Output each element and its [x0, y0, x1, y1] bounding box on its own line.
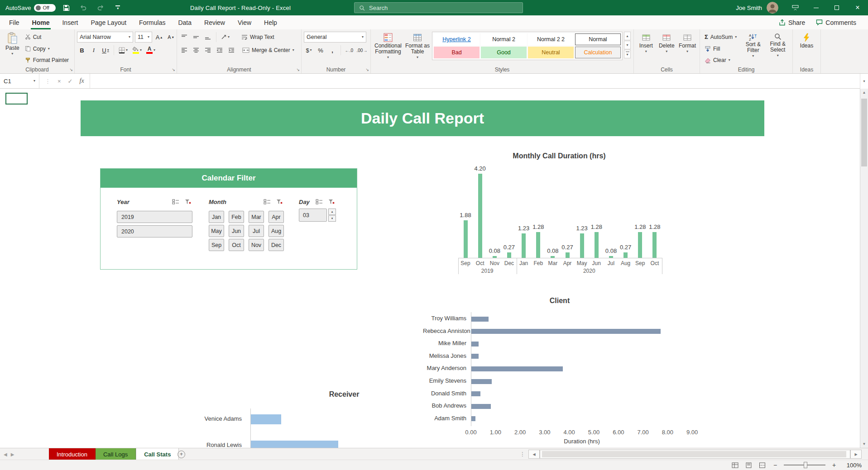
next-sheet-button[interactable]: ▶: [11, 452, 14, 457]
bold-button[interactable]: B: [77, 45, 87, 56]
redo-button[interactable]: [94, 0, 107, 15]
undo-button[interactable]: [77, 0, 90, 15]
normal-view-button[interactable]: [730, 461, 739, 469]
slicer-item-month-nov[interactable]: Nov: [249, 239, 264, 251]
cell-style-good[interactable]: Good: [481, 47, 527, 58]
cell-style-normal[interactable]: Normal: [575, 33, 621, 45]
ideas-button[interactable]: Ideas: [798, 31, 815, 66]
search-box[interactable]: Search: [354, 2, 523, 13]
menu-tab-help[interactable]: Help: [258, 15, 283, 29]
enter-icon[interactable]: ✓: [68, 78, 73, 85]
find-select-button[interactable]: Find & Select ▾: [766, 31, 790, 66]
wrap-text-button[interactable]: Wrap Text: [239, 32, 277, 43]
chart-monthly-call-duration[interactable]: Monthly Call Duration (hrs) 1.88Sep4.20O…: [451, 149, 668, 285]
font-dialog-launcher[interactable]: ↘: [172, 68, 175, 72]
year-multi-select-button[interactable]: [171, 198, 180, 206]
active-cell[interactable]: [5, 93, 28, 104]
zoom-in-button[interactable]: +: [830, 461, 838, 469]
previous-sheet-button[interactable]: ◀: [4, 452, 7, 457]
number-format-select[interactable]: General▾: [304, 32, 366, 43]
sort-filter-button[interactable]: AZ Sort & Filter ▾: [741, 31, 765, 66]
sheet-tab-call-stats[interactable]: Call Stats: [136, 448, 179, 460]
day-spinner-down-button[interactable]: ▾: [328, 215, 336, 222]
slicer-item-month-dec[interactable]: Dec: [269, 239, 284, 251]
horizontal-scrollbar[interactable]: [540, 450, 850, 459]
autosave-pill[interactable]: Off: [34, 4, 56, 12]
menu-tab-data[interactable]: Data: [172, 15, 198, 29]
comma-style-button[interactable]: ,: [327, 45, 337, 56]
clear-button[interactable]: Clear ▾: [702, 55, 741, 66]
decrease-indent-button[interactable]: [215, 45, 225, 56]
cut-button[interactable]: Cut: [23, 32, 71, 43]
sheet-tab-call-logs[interactable]: Call Logs: [96, 448, 136, 460]
increase-font-size-button[interactable]: A▴: [154, 32, 164, 43]
day-multi-select-button[interactable]: [314, 198, 324, 206]
slicer-item-month-oct[interactable]: Oct: [229, 239, 244, 251]
page-break-preview-button[interactable]: [758, 461, 767, 469]
menu-tab-view[interactable]: View: [231, 15, 258, 29]
align-bottom-button[interactable]: [203, 32, 213, 43]
conditional-formatting-button[interactable]: Conditional Formatting ▾: [373, 31, 403, 66]
slicer-item-month-may[interactable]: May: [209, 225, 224, 237]
gallery-scroll-up-button[interactable]: ▴: [624, 32, 631, 40]
align-right-button[interactable]: [203, 45, 213, 56]
hscroll-right-button[interactable]: ▶: [850, 450, 862, 459]
save-button[interactable]: [59, 0, 73, 15]
close-button[interactable]: ×: [847, 0, 868, 15]
slicer-item-year-2020[interactable]: 2020: [117, 225, 192, 237]
cell-style-normal-2[interactable]: Normal 2: [481, 33, 527, 45]
percent-style-button[interactable]: %: [316, 45, 326, 56]
minimize-button[interactable]: [806, 0, 826, 15]
formula-input[interactable]: [90, 74, 868, 88]
slicer-item-month-apr[interactable]: Apr: [269, 211, 284, 223]
day-clear-filter-button[interactable]: [326, 198, 336, 206]
tab-splitter-handle[interactable]: ⋮: [520, 448, 525, 460]
scroll-up-button[interactable]: ▲: [860, 89, 868, 96]
share-button[interactable]: Share: [775, 15, 809, 29]
gallery-scroll-down-button[interactable]: ▾: [624, 41, 631, 49]
underline-button[interactable]: U▾: [101, 45, 110, 56]
scroll-down-button[interactable]: ▼: [860, 440, 868, 448]
menu-tab-file[interactable]: File: [3, 15, 26, 29]
day-value-box[interactable]: 03: [299, 209, 327, 222]
autosum-button[interactable]: Σ AutoSum ▾: [702, 32, 741, 43]
month-multi-select-button[interactable]: [262, 198, 272, 206]
menu-tab-formulas[interactable]: Formulas: [133, 15, 172, 29]
cell-style-bad[interactable]: Bad: [434, 47, 480, 58]
gallery-more-button[interactable]: ▾: [624, 50, 631, 58]
fill-color-button[interactable]: ▾: [131, 45, 143, 56]
format-as-table-button[interactable]: Format as Table ▾: [403, 31, 432, 66]
align-center-button[interactable]: [191, 45, 201, 56]
cell-style-calculation[interactable]: Calculation: [575, 47, 621, 58]
menu-tab-review[interactable]: Review: [198, 15, 231, 29]
insert-cells-button[interactable]: Insert ▾: [636, 31, 656, 66]
italic-button[interactable]: I: [89, 45, 99, 56]
font-size-select[interactable]: 11▾: [135, 32, 152, 43]
new-sheet-button[interactable]: +: [177, 448, 185, 460]
zoom-level[interactable]: 100%: [843, 462, 862, 469]
slicer-item-month-aug[interactable]: Aug: [269, 225, 284, 237]
cell-style-hyperlink-2[interactable]: Hyperlink 2: [434, 33, 480, 45]
accounting-format-button[interactable]: $▾: [304, 45, 314, 56]
font-name-select[interactable]: Arial Narrow▾: [77, 32, 133, 43]
day-spinner-up-button[interactable]: ▴: [328, 209, 336, 215]
font-color-button[interactable]: A ▾: [145, 45, 157, 56]
year-clear-filter-button[interactable]: [183, 198, 192, 206]
insert-function-icon[interactable]: fx: [80, 77, 84, 85]
autosave-toggle[interactable]: AutoSave Off: [5, 4, 56, 12]
slicer-item-month-feb[interactable]: Feb: [229, 211, 244, 223]
slicer-item-month-jul[interactable]: Jul: [249, 225, 264, 237]
menu-tab-insert[interactable]: Insert: [56, 15, 84, 29]
number-dialog-launcher[interactable]: ↘: [365, 68, 369, 72]
name-box[interactable]: C1 ▾: [0, 74, 39, 88]
clipboard-dialog-launcher[interactable]: ↘: [69, 68, 73, 72]
slicer-item-month-mar[interactable]: Mar: [249, 211, 264, 223]
horizontal-scrollbar-thumb[interactable]: [542, 451, 846, 457]
align-top-button[interactable]: [179, 32, 189, 43]
cell-style-normal-2-2[interactable]: Normal 2 2: [528, 33, 574, 45]
increase-decimal-button[interactable]: ←.0: [344, 45, 354, 56]
hscroll-left-button[interactable]: ◀: [528, 450, 540, 459]
slicer-item-year-2019[interactable]: 2019: [117, 211, 192, 223]
slicer-item-month-jan[interactable]: Jan: [209, 211, 224, 223]
decrease-decimal-button[interactable]: .00→: [356, 45, 368, 56]
